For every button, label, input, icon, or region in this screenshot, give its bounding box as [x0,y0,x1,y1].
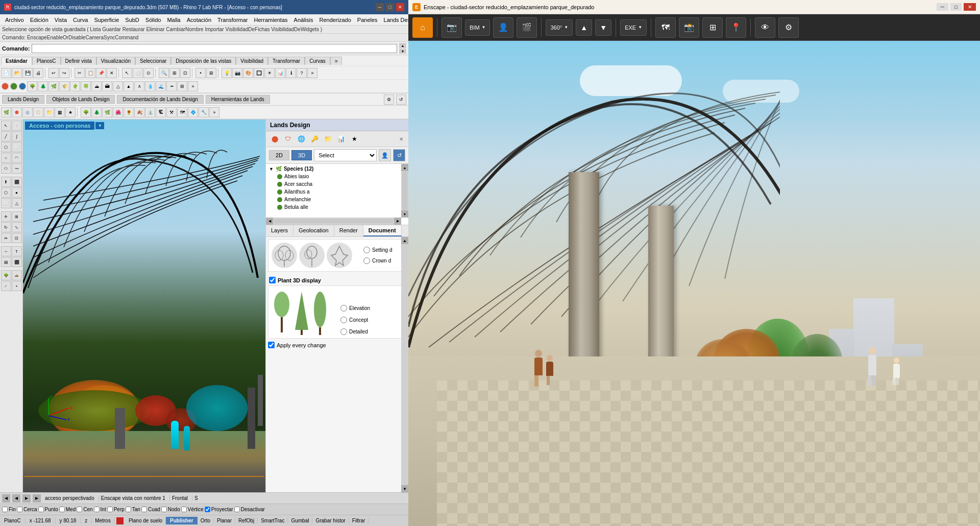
lands-tab-main[interactable]: Lands Design [2,95,44,104]
et-exe-dropdown[interactable]: EXE ▼ [620,19,647,36]
menu-archivo[interactable]: Archivo [2,16,27,24]
snap-cen[interactable]: Cen [77,507,92,512]
lands-tab-herr[interactable]: Herramientas de Lands [206,95,270,104]
refresh-btn[interactable]: ↺ [396,94,406,105]
lt-surface[interactable]: ⬛ [12,177,22,187]
tab-more[interactable]: » [330,57,342,65]
ortho-smart[interactable]: SmartTrac [258,518,288,523]
view-next2[interactable]: ▶ [33,494,41,503]
cmd-scroll-down[interactable]: ▼ [399,49,406,54]
ortho-refobj[interactable]: RefObj [235,518,258,523]
lt-move[interactable]: ✛ [1,211,11,222]
snap-vertice-cb[interactable] [181,507,187,512]
ld-tb-10[interactable]: 🌿 [102,107,112,117]
et-360-dropdown[interactable]: 360° ▼ [546,19,573,36]
radio-elevation-input[interactable] [340,305,347,312]
lt-check[interactable]: ✓ [1,281,11,291]
menu-acotacion[interactable]: Acotación [184,16,214,24]
ld-tb-18[interactable]: 💠 [188,107,198,117]
ld-tb-20[interactable]: » [209,107,219,117]
tree-list-scroll[interactable]: ▼ 🌿 Species (12) Abies lasio Acer saccha [266,164,408,225]
viewport-dropdown[interactable]: ▼ [95,122,104,129]
ld-tb-15[interactable]: 🏗 [156,107,166,117]
ld-tb-16[interactable]: ⚒ [166,107,177,117]
lt-scale[interactable]: ⤡ [12,222,22,232]
tb-props[interactable]: ℹ [286,68,296,78]
et-screenshot-btn[interactable]: 📸 [679,17,699,38]
enscape-minimize[interactable]: ─ [937,3,948,11]
tb-delete[interactable]: ✕ [107,68,117,78]
lt-box[interactable]: ⬡ [1,187,11,198]
ld-icon-shield[interactable]: 🛡 [282,133,293,145]
tb-lasso[interactable]: ⊙ [143,68,154,78]
ld-tb-11[interactable]: 🌺 [113,107,123,117]
tb-help[interactable]: ? [297,68,307,78]
tb-points[interactable]: • [195,68,206,78]
tb-copy[interactable]: 📋 [85,68,95,78]
radio-elevation[interactable]: Elevation [340,305,370,312]
ld-tb-7[interactable]: ★ [65,107,76,117]
ld-tb-12[interactable]: 🌻 [124,107,134,117]
et-movie-btn[interactable]: 🎬 [517,17,537,38]
lt-plus[interactable]: + [12,281,22,291]
view-name-2[interactable]: Enscape vista con nombre 1 [99,495,167,501]
radio-detailed-input[interactable] [340,328,347,335]
snap-punto[interactable]: Punto [38,507,58,512]
menu-malla[interactable]: Malla [164,16,183,24]
snap-cerca-cb[interactable] [17,507,22,512]
panel-scroll-up[interactable]: ▲ [401,237,408,244]
snap-int[interactable]: Int [94,507,106,512]
et-visibility-btn[interactable]: 👁 [755,17,775,38]
plant-3d-checkbox[interactable] [269,277,276,283]
view-prev2[interactable]: ◀ [12,494,20,503]
rhino-viewport[interactable]: X Z y Acceso - con personas ▼ [23,119,265,492]
ld-close-btn[interactable]: ✕ [397,135,405,143]
et-bim-dropdown[interactable]: BIM ▼ [465,19,490,36]
et-compare-btn[interactable]: ⊞ [702,17,723,38]
lt-dim[interactable]: ↔ [1,246,11,256]
view-prev[interactable]: ◀ [2,494,10,503]
snap-desactivar-cb[interactable] [234,507,240,512]
tb-land5[interactable]: ∧ [134,81,144,91]
snap-fin-cb[interactable] [2,507,8,512]
ld-tb-13[interactable]: 🍂 [134,107,144,117]
menu-vista[interactable]: Vista [52,16,70,24]
lt-line[interactable]: ╱ [1,131,11,141]
tab-render[interactable]: Render [334,225,363,236]
lt-curve[interactable]: ∫ [12,131,22,141]
lt-rotate[interactable]: ↻ [1,222,11,232]
lt-block[interactable]: ⬛ [12,257,22,267]
tb-water2[interactable]: 🌊 [156,81,166,91]
ortho-do[interactable]: Orto [198,518,214,523]
tb-land4[interactable]: ▲ [124,81,134,91]
mode-2d-btn[interactable]: 2D [269,150,289,160]
tab-planosc[interactable]: PlanosC [32,57,61,65]
lt-sphere[interactable]: ● [12,187,22,198]
tb-zoom-ext[interactable]: 🔍 [159,68,169,78]
hscroll-right[interactable]: ▶ [394,218,401,225]
radio-setting-input[interactable] [363,247,370,253]
tb-redo[interactable]: ↪ [59,68,69,78]
enscape-viewport[interactable] [408,41,980,526]
tb-tree3[interactable]: 🌿 [48,81,59,91]
snap-fin[interactable]: Fin [2,507,16,512]
tb-r3[interactable] [19,83,26,90]
tb-tree4[interactable]: 🌾 [59,81,69,91]
tb-tree5[interactable]: 🌵 [70,81,80,91]
snap-nodo[interactable]: Nodo [161,507,180,512]
tab-curvas[interactable]: Curvas [305,57,330,65]
mode-3d-btn[interactable]: 3D [291,150,312,160]
tb-layer[interactable]: 📊 [275,68,285,78]
tb-land3[interactable]: △ [113,81,123,91]
tb-zoom-all[interactable]: ⊞ [169,68,180,78]
enscape-maximize[interactable]: □ [950,3,962,11]
ld-tb-17[interactable]: 🗺 [177,107,187,117]
snap-desactivar[interactable]: Desactivar [234,507,265,512]
tb-camera[interactable]: 📷 [232,68,242,78]
ld-people-btn[interactable]: 👤 [379,149,391,161]
menu-curva[interactable]: Curva [70,16,91,24]
lt-array[interactable]: ⊡ [12,233,22,243]
tb-grid[interactable]: ⊞ [206,68,216,78]
tb-undo[interactable]: ↩ [48,68,59,78]
vscroll-down[interactable]: ▼ [401,210,408,218]
